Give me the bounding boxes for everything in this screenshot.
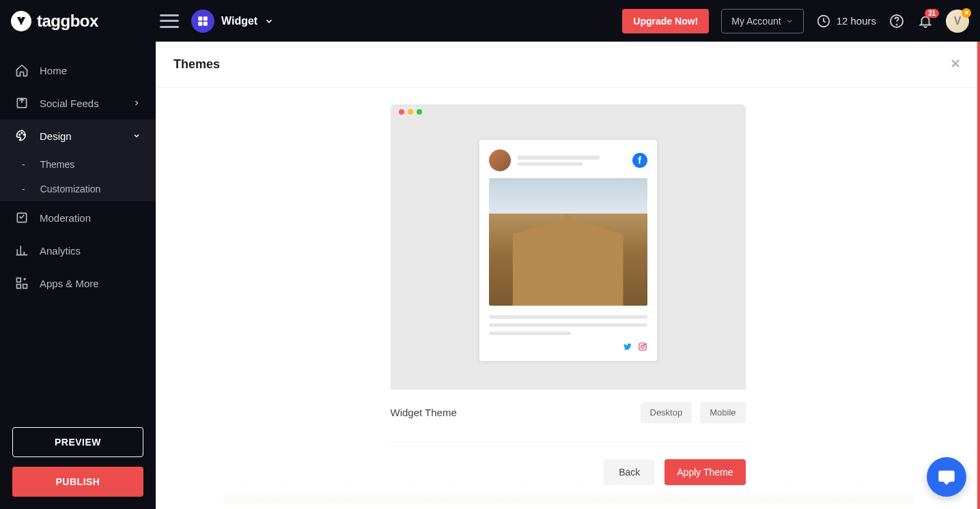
card-avatar: [489, 149, 511, 171]
sidebar-footer: PREVIEW PUBLISH: [0, 415, 156, 509]
action-row: Back Apply Theme: [391, 459, 746, 485]
widget-selector[interactable]: Widget: [191, 10, 274, 33]
browser-frame: f: [391, 104, 746, 390]
svg-point-16: [641, 345, 644, 349]
analytics-icon: [15, 244, 29, 257]
card-text: [489, 315, 647, 335]
window-max-dot: [417, 109, 422, 115]
close-icon: [949, 57, 962, 70]
home-icon: [15, 63, 29, 77]
menu-toggle-icon[interactable]: [160, 14, 179, 28]
placeholder-line: [489, 323, 647, 327]
widget-icon: [191, 10, 214, 33]
placeholder-line: [518, 156, 600, 160]
sidebar: Home Social Feeds Design - Themes -: [0, 42, 156, 509]
svg-rect-13: [23, 285, 27, 289]
social-card: f: [479, 140, 657, 361]
svg-point-17: [644, 344, 645, 345]
instagram-icon: [638, 342, 647, 351]
bottom-gradient: [223, 484, 913, 504]
sidebar-item-moderation[interactable]: Moderation: [0, 201, 156, 234]
panel-title: Themes: [173, 57, 220, 72]
back-button[interactable]: Back: [604, 459, 655, 485]
sidebar-item-apps[interactable]: Apps & More: [0, 267, 156, 300]
svg-point-10: [24, 134, 25, 136]
main-panel: Themes: [156, 42, 980, 509]
window-close-dot: [399, 109, 404, 115]
apps-icon: [15, 276, 29, 290]
placeholder-line: [489, 315, 647, 319]
avatar[interactable]: V ★: [946, 10, 969, 33]
help-button[interactable]: [888, 13, 905, 29]
avatar-letter: V: [954, 15, 962, 27]
device-tabs: Desktop Mobile: [641, 402, 746, 423]
chevron-right-icon: [132, 98, 141, 109]
logo-text: taggbox: [37, 12, 98, 31]
svg-rect-14: [17, 285, 21, 289]
sidebar-sub-label: Customization: [40, 184, 101, 194]
chat-widget-button[interactable]: [927, 457, 966, 497]
svg-rect-12: [17, 278, 21, 282]
chat-icon: [937, 467, 956, 486]
publish-button[interactable]: PUBLISH: [12, 467, 143, 497]
svg-point-6: [897, 24, 897, 25]
sidebar-item-analytics[interactable]: Analytics: [0, 234, 156, 267]
svg-rect-1: [204, 16, 208, 20]
window-min-dot: [408, 109, 413, 115]
logo-icon: [11, 11, 31, 31]
device-tab-mobile[interactable]: Mobile: [700, 402, 745, 423]
card-footer-icons: [489, 342, 647, 351]
upgrade-button[interactable]: Upgrade Now!: [622, 9, 709, 33]
placeholder-line: [489, 332, 572, 335]
placeholder-line: [518, 162, 583, 166]
sidebar-item-social-feeds[interactable]: Social Feeds: [0, 87, 156, 119]
divider: [391, 442, 746, 443]
close-button[interactable]: [949, 57, 962, 73]
moderation-icon: [15, 211, 29, 224]
theme-info-row: Widget Theme Desktop Mobile: [391, 402, 746, 423]
twitter-icon: [623, 342, 632, 351]
help-icon: [888, 13, 905, 29]
my-account-button[interactable]: My Account: [721, 9, 803, 33]
dash-icon: -: [22, 159, 25, 170]
widget-label: Widget: [221, 15, 257, 27]
theme-preview: f: [391, 104, 746, 390]
avatar-star-icon: ★: [962, 8, 971, 18]
chevron-down-icon: [132, 130, 141, 142]
chevron-down-icon: [264, 16, 274, 26]
browser-dots: [391, 104, 746, 119]
sidebar-label: Moderation: [40, 212, 91, 224]
sidebar-label: Design: [40, 130, 72, 142]
sidebar-label: Home: [40, 65, 67, 76]
apply-theme-button[interactable]: Apply Theme: [664, 459, 745, 485]
svg-point-9: [21, 132, 23, 134]
design-icon: [15, 129, 29, 143]
sidebar-label: Social Feeds: [40, 98, 99, 109]
panel-body: f: [156, 88, 980, 485]
chevron-down-icon: [785, 17, 794, 25]
sidebar-label: Apps & More: [40, 278, 99, 289]
sidebar-sub-customization[interactable]: - Customization: [0, 177, 156, 201]
header-right: Upgrade Now! My Account 12 hours 31 V ★: [622, 9, 969, 33]
card-header: f: [489, 149, 647, 171]
panel-header: Themes: [156, 42, 980, 88]
notifications-button[interactable]: 31: [917, 13, 934, 29]
feed-icon: [15, 96, 29, 110]
logo[interactable]: taggbox: [11, 11, 154, 31]
browser-content: f: [391, 119, 746, 390]
preview-button[interactable]: PREVIEW: [12, 427, 143, 457]
sidebar-item-home[interactable]: Home: [0, 54, 156, 87]
sidebar-sub-label: Themes: [40, 159, 75, 170]
top-header: taggbox Widget Upgrade Now! My Account 1…: [0, 0, 980, 42]
sidebar-item-design[interactable]: Design: [0, 119, 156, 152]
device-tab-desktop[interactable]: Desktop: [641, 402, 692, 423]
facebook-icon: f: [632, 153, 647, 168]
sidebar-sub-themes[interactable]: - Themes: [0, 152, 156, 177]
account-label: My Account: [731, 16, 781, 27]
notification-badge: 31: [925, 9, 939, 18]
scrollbar[interactable]: [977, 42, 980, 509]
theme-name: Widget Theme: [391, 407, 457, 418]
time-remaining: 12 hours: [816, 14, 876, 29]
time-text: 12 hours: [837, 15, 876, 27]
card-image: [489, 178, 647, 306]
